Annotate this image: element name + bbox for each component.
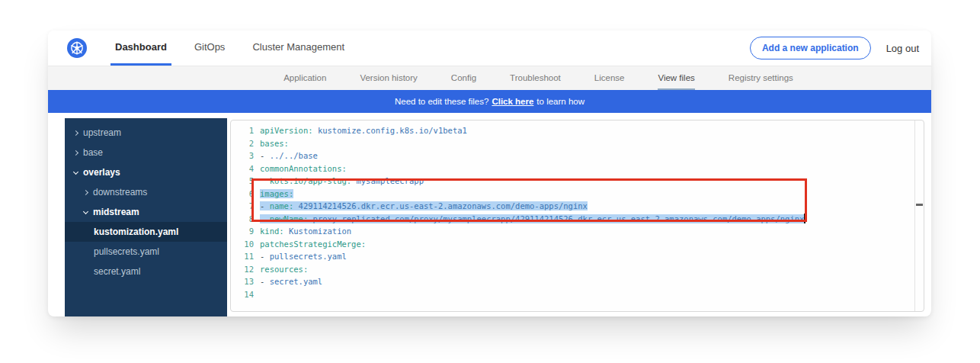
code-line-4[interactable]: 4commonAnnotations:: [231, 162, 924, 175]
code-line-1[interactable]: 1apiVersion: kustomize.config.k8s.io/v1b…: [231, 124, 924, 137]
text-cursor: [804, 214, 805, 223]
code-line-5[interactable]: 5 kots.io/app-slug: mysampleecrapp: [231, 175, 924, 188]
tree-item-label: secret.yaml: [94, 266, 140, 277]
code-line-text: - secret.yaml: [260, 277, 322, 286]
banner-text-prefix: Need to edit these files?: [395, 97, 488, 106]
code-line-12[interactable]: 12resources:: [231, 263, 924, 276]
code-line-2[interactable]: 2bases:: [231, 137, 924, 150]
code-line-text: - name: 429114214526.dkr.ecr.us-east-2.a…: [260, 201, 588, 210]
tree-item-label: downstreams: [93, 187, 147, 198]
tab-view-files[interactable]: View files: [658, 66, 694, 90]
code-line-7[interactable]: 7- name: 429114214526.dkr.ecr.us-east-2.…: [231, 200, 924, 213]
topnav-item-cluster-management[interactable]: Cluster Management: [248, 31, 349, 66]
edit-files-banner: Need to edit these files? Click here to …: [48, 90, 931, 113]
editor-scrollbar-track: [914, 120, 915, 311]
line-number: 6: [231, 189, 254, 198]
line-number: 14: [231, 290, 254, 299]
chevron-down-icon: [73, 169, 78, 174]
tree-item-label: upstream: [83, 127, 121, 138]
code-line-text: apiVersion: kustomize.config.k8s.io/v1be…: [260, 126, 467, 135]
topnav-items: DashboardGitOpsCluster Management: [110, 31, 349, 66]
application-tab-bar: ApplicationVersion historyConfigTroubles…: [48, 66, 931, 90]
admin-console-window: DashboardGitOpsCluster Management Add a …: [48, 31, 931, 316]
tab-config[interactable]: Config: [451, 66, 476, 90]
code-line-text: newName: proxy.replicated.com/proxy/mysa…: [260, 214, 805, 223]
tab-version-history[interactable]: Version history: [360, 66, 417, 90]
code-line-text: kind: Kustomization: [260, 226, 351, 236]
line-number: 9: [231, 226, 254, 236]
kubernetes-logo-icon: [67, 38, 87, 58]
line-number: 8: [231, 214, 254, 223]
topbar-actions: Add a new application Log out: [750, 31, 919, 66]
tree-item-upstream[interactable]: upstream: [65, 123, 227, 143]
tree-item-base[interactable]: base: [65, 143, 227, 162]
tree-item-label: kustomization.yaml: [94, 226, 178, 237]
tab-application[interactable]: Application: [283, 66, 326, 90]
code-line-13[interactable]: 13- secret.yaml: [231, 275, 924, 288]
yaml-code-editor[interactable]: 1apiVersion: kustomize.config.k8s.io/v1b…: [230, 120, 924, 312]
tree-item-downstreams[interactable]: downstreams: [65, 182, 227, 202]
line-number: 2: [231, 139, 254, 148]
tree-item-pullsecrets-yaml[interactable]: pullsecrets.yaml: [65, 242, 227, 262]
line-number: 5: [231, 176, 254, 185]
line-number: 1: [231, 126, 254, 135]
line-number: 7: [231, 201, 254, 210]
chevron-down-icon: [83, 208, 88, 214]
chevron-right-icon: [83, 189, 88, 194]
tree-item-label: midstream: [93, 207, 139, 217]
chevron-right-icon: [73, 130, 78, 135]
tree-item-kustomization-yaml[interactable]: kustomization.yaml: [65, 222, 227, 242]
tab-registry-settings[interactable]: Registry settings: [729, 66, 793, 90]
code-line-text: - ../../base: [260, 151, 318, 160]
line-number: 12: [231, 265, 254, 274]
code-line-3[interactable]: 3- ../../base: [231, 149, 924, 162]
tree-item-label: base: [83, 147, 103, 158]
tree-item-midstream[interactable]: midstream: [65, 202, 227, 222]
topnav-item-gitops[interactable]: GitOps: [190, 31, 229, 66]
tab-license[interactable]: License: [594, 66, 625, 90]
tree-item-label: pullsecrets.yaml: [94, 246, 159, 257]
chevron-right-icon: [73, 149, 78, 155]
tree-item-secret-yaml[interactable]: secret.yaml: [65, 262, 227, 281]
code-line-8[interactable]: 8 newName: proxy.replicated.com/proxy/my…: [231, 213, 924, 226]
code-line-text: - pullsecrets.yaml: [260, 252, 347, 261]
line-number: 3: [231, 151, 254, 160]
line-number: 13: [231, 277, 254, 286]
banner-text-suffix: to learn how: [536, 97, 584, 106]
code-line-text: images:: [260, 189, 293, 198]
code-line-14[interactable]: 14: [231, 288, 924, 301]
topnav-item-dashboard[interactable]: Dashboard: [110, 31, 171, 66]
tree-item-label: overlays: [83, 167, 120, 178]
file-tree-sidebar: upstreambaseoverlaysdownstreamsmidstream…: [65, 118, 227, 316]
add-new-application-button[interactable]: Add a new application: [750, 37, 871, 59]
code-line-text: bases:: [260, 139, 289, 148]
top-navigation-bar: DashboardGitOpsCluster Management Add a …: [48, 31, 931, 66]
line-number: 10: [231, 239, 254, 249]
line-number: 11: [231, 252, 254, 261]
click-here-link[interactable]: Click here: [492, 97, 533, 106]
code-line-text: resources:: [260, 265, 308, 274]
logout-link[interactable]: Log out: [886, 43, 919, 54]
editor-scrollbar-marker[interactable]: [916, 204, 923, 206]
code-line-text: kots.io/app-slug: mysampleecrapp: [260, 176, 424, 185]
code-line-text: patchesStrategicMerge:: [260, 239, 366, 249]
code-line-9[interactable]: 9kind: Kustomization: [231, 225, 924, 238]
code-line-6[interactable]: 6images:: [231, 188, 924, 201]
line-number: 4: [231, 164, 254, 173]
tree-item-overlays[interactable]: overlays: [65, 162, 227, 182]
code-line-text: commonAnnotations:: [260, 164, 347, 173]
code-line-11[interactable]: 11- pullsecrets.yaml: [231, 250, 924, 263]
code-line-10[interactable]: 10patchesStrategicMerge:: [231, 238, 924, 251]
tab-troubleshoot[interactable]: Troubleshoot: [510, 66, 561, 90]
